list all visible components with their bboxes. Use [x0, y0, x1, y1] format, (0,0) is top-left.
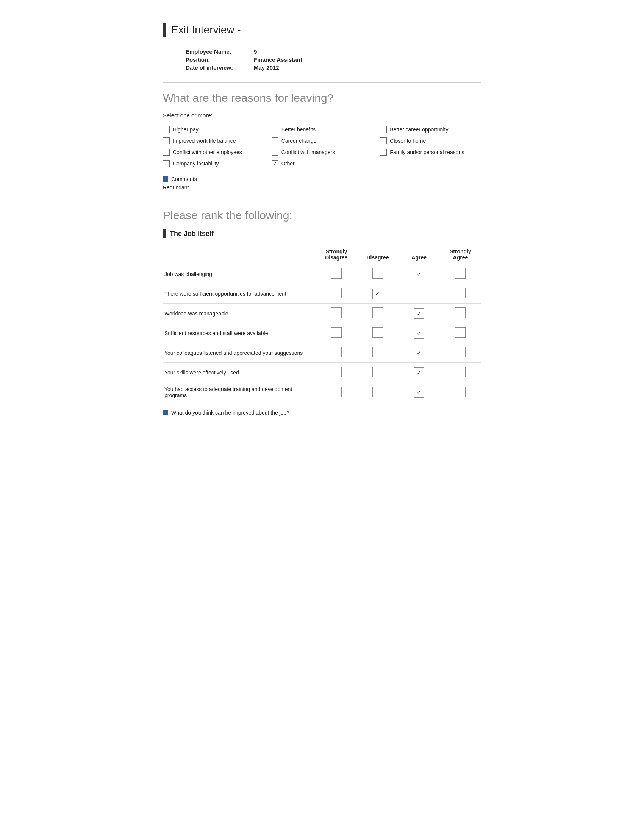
- row-label-3: Sufficient resources and staff were avai…: [163, 323, 316, 343]
- rating-box-6-2[interactable]: [414, 387, 424, 397]
- rating-box-4-2[interactable]: [414, 347, 424, 358]
- rating-box-2-3[interactable]: [455, 307, 465, 318]
- checkbox-company-instability[interactable]: Company instability: [163, 160, 264, 167]
- checkbox-conflict-employees[interactable]: Conflict with other employees: [163, 149, 264, 156]
- rank-heading: Please rank the following:: [163, 209, 481, 222]
- checkbox-box-better-benefits[interactable]: [272, 126, 279, 133]
- rating-cell-0-1[interactable]: [357, 264, 398, 284]
- checkbox-label-better-career: Better career opportunity: [390, 127, 448, 132]
- rating-cell-3-3[interactable]: [440, 323, 481, 343]
- rating-cell-2-3[interactable]: [440, 304, 481, 323]
- comments-value: Redundant: [163, 184, 481, 190]
- rating-cell-2-1[interactable]: [357, 304, 398, 323]
- rating-box-5-0[interactable]: [331, 367, 342, 377]
- checkbox-box-family-personal[interactable]: [380, 149, 387, 156]
- rating-box-2-0[interactable]: [331, 307, 342, 318]
- checkbox-career-change[interactable]: Career change: [272, 137, 373, 144]
- rating-box-2-1[interactable]: [372, 307, 383, 318]
- rating-cell-3-1[interactable]: [357, 323, 398, 343]
- job-title-accent: [163, 230, 166, 238]
- checkbox-box-work-life[interactable]: [163, 137, 170, 144]
- rating-box-1-0[interactable]: [331, 288, 342, 298]
- rating-cell-4-3[interactable]: [440, 343, 481, 363]
- checkbox-better-career[interactable]: Better career opportunity: [380, 126, 481, 133]
- rating-box-0-0[interactable]: [331, 268, 342, 279]
- rating-cell-4-2[interactable]: [399, 343, 440, 363]
- rating-box-3-0[interactable]: [331, 327, 342, 338]
- checkbox-conflict-managers[interactable]: Conflict with managers: [272, 149, 373, 156]
- rating-cell-1-3[interactable]: [440, 284, 481, 304]
- employee-name-value: 9: [254, 48, 257, 55]
- rating-cell-5-2[interactable]: [399, 363, 440, 383]
- col-header-agree: Agree: [399, 245, 440, 264]
- checkbox-family-personal[interactable]: Family and/or personal reasons: [380, 149, 481, 156]
- rating-box-5-2[interactable]: [414, 367, 424, 378]
- checkbox-box-conflict-employees[interactable]: [163, 149, 170, 156]
- checkbox-box-career-change[interactable]: [272, 137, 279, 144]
- checkbox-box-better-career[interactable]: [380, 126, 387, 133]
- checkbox-box-higher-pay[interactable]: [163, 126, 170, 133]
- table-row: You had access to adequate training and …: [163, 383, 481, 402]
- checkbox-better-benefits[interactable]: Better benefits: [272, 126, 373, 133]
- checkbox-work-life[interactable]: Improved work life balance: [163, 137, 264, 144]
- rating-box-2-2[interactable]: [414, 308, 424, 319]
- rating-cell-1-0[interactable]: [316, 284, 357, 304]
- rating-cell-6-1[interactable]: [357, 383, 398, 402]
- row-label-0: Job was challenging: [163, 264, 316, 284]
- checkbox-other[interactable]: Other: [272, 160, 373, 167]
- rating-box-6-1[interactable]: [372, 387, 383, 397]
- checkbox-closer-home[interactable]: Closer to home: [380, 137, 481, 144]
- rating-box-4-0[interactable]: [331, 347, 342, 357]
- rating-cell-5-1[interactable]: [357, 363, 398, 383]
- table-row: Job was challenging: [163, 264, 481, 284]
- rating-box-4-3[interactable]: [455, 347, 465, 357]
- rating-cell-6-0[interactable]: [316, 383, 357, 402]
- rating-box-1-2[interactable]: [414, 288, 424, 298]
- rating-box-3-1[interactable]: [372, 327, 383, 338]
- checkbox-box-company-instability[interactable]: [163, 160, 170, 167]
- rating-box-6-0[interactable]: [331, 387, 342, 397]
- job-title-bar: The Job itself: [163, 230, 481, 238]
- rating-cell-5-0[interactable]: [316, 363, 357, 383]
- rating-box-5-1[interactable]: [372, 367, 383, 377]
- rating-box-4-1[interactable]: [372, 347, 383, 357]
- rating-cell-2-2[interactable]: [399, 304, 440, 323]
- rating-cell-4-0[interactable]: [316, 343, 357, 363]
- checkbox-box-closer-home[interactable]: [380, 137, 387, 144]
- rating-box-6-3[interactable]: [455, 387, 465, 397]
- rank-section: Please rank the following: The Job itsel…: [163, 209, 481, 416]
- rating-cell-3-0[interactable]: [316, 323, 357, 343]
- checkbox-label-work-life: Improved work life balance: [173, 138, 236, 144]
- checkbox-box-conflict-managers[interactable]: [272, 149, 279, 156]
- checkbox-box-other[interactable]: [272, 160, 279, 167]
- row-label-5: Your skills were effectively used: [163, 363, 316, 383]
- rating-cell-0-0[interactable]: [316, 264, 357, 284]
- rating-box-3-2[interactable]: [414, 328, 424, 338]
- page-title-bar: Exit Interview -: [163, 23, 481, 37]
- rating-cell-2-0[interactable]: [316, 304, 357, 323]
- rating-cell-1-2[interactable]: [399, 284, 440, 304]
- rating-box-1-3[interactable]: [455, 288, 465, 298]
- rating-box-0-1[interactable]: [372, 268, 383, 279]
- rating-box-3-3[interactable]: [455, 327, 465, 338]
- job-section-title: The Job itself: [170, 230, 214, 238]
- checkbox-higher-pay[interactable]: Higher pay: [163, 126, 264, 133]
- comments-label-row: Comments: [163, 176, 481, 182]
- rating-box-0-3[interactable]: [455, 268, 465, 279]
- rank-table: StronglyDisagree Disagree Agree Strongly…: [163, 245, 481, 402]
- rating-cell-5-3[interactable]: [440, 363, 481, 383]
- rating-box-0-2[interactable]: [414, 269, 424, 280]
- reasons-section: What are the reasons for leaving? Select…: [163, 92, 481, 190]
- rating-box-5-3[interactable]: [455, 367, 465, 377]
- rating-cell-6-3[interactable]: [440, 383, 481, 402]
- rating-cell-1-1[interactable]: [357, 284, 398, 304]
- rating-cell-3-2[interactable]: [399, 323, 440, 343]
- checkbox-label-company-instability: Company instability: [173, 161, 219, 167]
- rating-box-1-1[interactable]: [372, 288, 383, 299]
- table-row: There were sufficient opportunities for …: [163, 284, 481, 304]
- rating-cell-6-2[interactable]: [399, 383, 440, 402]
- comments-label: Comments: [171, 176, 197, 182]
- rating-cell-0-2[interactable]: [399, 264, 440, 284]
- rating-cell-4-1[interactable]: [357, 343, 398, 363]
- rating-cell-0-3[interactable]: [440, 264, 481, 284]
